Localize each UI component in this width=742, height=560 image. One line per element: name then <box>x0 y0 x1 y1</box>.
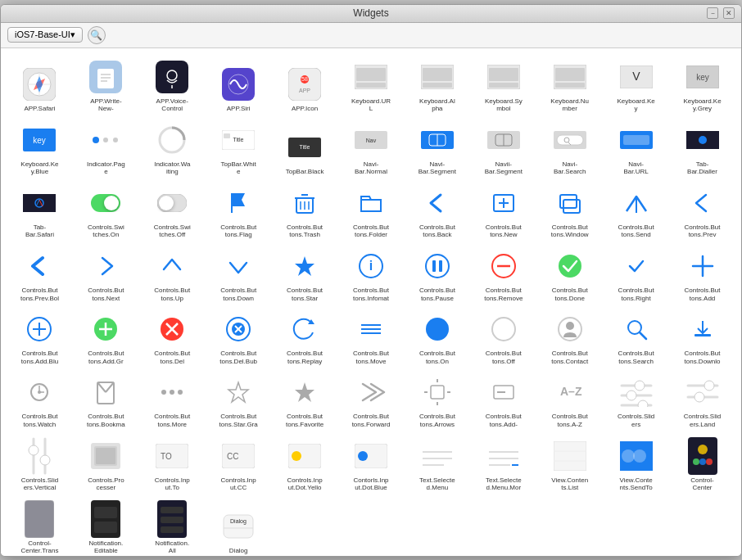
widget-item-btn-up[interactable]: Controls.But tons.Up <box>140 244 205 305</box>
widget-item-btn-star-gra[interactable]: Controls.But tons.Star.Gra <box>206 370 271 431</box>
widget-item-indicator-page[interactable]: Indicator.Pag e <box>74 118 138 179</box>
widget-item-keyboard-url[interactable]: Keyboard.UR L <box>339 55 404 116</box>
widget-item-text-selected-menu-mor[interactable]: Text.Selecte d.Menu.Mor <box>471 434 536 495</box>
widget-item-app-voice[interactable]: APP.Voice- Control <box>140 55 205 116</box>
widget-item-btn-new[interactable]: Controls.But tons.New <box>471 181 536 242</box>
widget-item-btn-favorite[interactable]: Controls.But tons.Favorite <box>273 370 337 431</box>
widget-item-btn-back[interactable]: Controls.But tons.Back <box>405 181 469 242</box>
widget-item-controls-center[interactable]: Control- Center <box>670 434 735 495</box>
widget-item-indicator-waiting[interactable]: Indicator.Wa iting <box>140 118 205 179</box>
close-button[interactable]: ✕ <box>723 7 735 19</box>
widget-item-btn-remove[interactable]: Controls.But tons.Remove <box>471 244 536 305</box>
widget-item-btn-move[interactable]: Controls.But tons.Move <box>339 307 404 368</box>
widget-item-navbar-segment[interactable]: Navi- Bar.Segment <box>405 118 469 179</box>
widget-item-btn-bookma[interactable]: Controls.But tons.Bookma <box>74 370 138 431</box>
widget-item-btn-add[interactable]: Controls.But tons.Add <box>670 244 735 305</box>
widget-item-btn-right[interactable]: Controls.But tons.Right <box>604 244 668 305</box>
widget-item-btn-arrows[interactable]: Controls.But tons.Arrows <box>405 370 469 431</box>
widget-item-app-safari[interactable]: APP.Safari <box>7 55 72 116</box>
widget-item-input-cc[interactable]: CCControls.Inp ut.CC <box>206 434 271 495</box>
widget-item-input-dot-blue[interactable]: Contorls.Inp ut.Dot.Blue <box>339 434 404 495</box>
widget-item-btn-add-blu[interactable]: Controls.But tons.Add.Blu <box>7 307 72 368</box>
svg-rect-25 <box>423 83 452 88</box>
minimize-button[interactable]: － <box>707 7 718 19</box>
widget-item-keyboard-symbol[interactable]: Keyboard.Sy mbol <box>471 55 536 116</box>
widget-item-btn-search[interactable]: Controls.But tons.Search <box>604 307 668 368</box>
widget-item-btn-replay[interactable]: Controls.But tons.Replay <box>273 307 337 368</box>
widget-item-btn-folder[interactable]: Controls.But tons.Folder <box>339 181 404 242</box>
svg-point-70 <box>159 196 174 210</box>
widget-item-btn-infomat[interactable]: iControls.But tons.Infomat <box>339 244 404 305</box>
widget-item-input-dot-yello[interactable]: Controls.Inp ut.Dot.Yello <box>273 434 337 495</box>
widget-item-btn-contact[interactable]: Controls.But tons.Contact <box>537 307 602 368</box>
widget-item-control-center-trans[interactable]: Control- Center.Trans <box>7 497 72 556</box>
widget-item-topbar-black[interactable]: TitleTopBar.Black <box>273 118 337 179</box>
widget-item-navii-segment[interactable]: Navii- Bar.Segment <box>471 118 536 179</box>
widget-item-tabbar-safari[interactable]: Tab- Bar.Safari <box>7 181 72 242</box>
theme-dropdown[interactable]: iOS7-Base-UI▾ <box>7 27 83 43</box>
widget-item-processors[interactable]: Controls.Pro cesser <box>74 434 138 495</box>
widget-item-btn-window[interactable]: Controls.But tons.Window <box>537 181 602 242</box>
widget-item-input-to[interactable]: TOControls.Inp ut.To <box>140 434 205 495</box>
widget-item-btn-star[interactable]: Controls.But tons.Star <box>273 244 337 305</box>
widget-item-btn-pause[interactable]: Controls.But tons.Pause <box>405 244 469 305</box>
widget-item-navbar-search[interactable]: Navi- Bar.Search <box>537 118 602 179</box>
widget-item-btn-forward[interactable]: Controls.But tons.Forward <box>339 370 404 431</box>
widget-icon-btn-replay <box>286 310 323 348</box>
widget-item-keyboard-key-blue[interactable]: keyKeyboard.Ke y.Blue <box>7 118 72 179</box>
widget-item-keyboard-key[interactable]: VKeyboard.Ke y <box>604 55 668 116</box>
widget-item-btn-del[interactable]: Controls.But tons.Del <box>140 307 205 368</box>
widget-label-btn-favorite: Controls.But tons.Favorite <box>286 413 323 428</box>
svg-rect-186 <box>161 526 183 533</box>
widget-label-btn-star: Controls.But tons.Star <box>287 287 323 302</box>
widget-item-keyboard-number[interactable]: Keyboard.Nu mber <box>537 55 602 116</box>
widget-item-sliders-land[interactable]: Controls.Slid ers.Land <box>670 370 735 431</box>
widget-item-btn-more[interactable]: Controls.But tons.More <box>140 370 205 431</box>
widget-item-app-icon[interactable]: 58APPAPP.Icon <box>273 55 337 116</box>
widget-item-btn-downlo[interactable]: Controls.But tons.Downlo <box>670 307 735 368</box>
widget-item-keyboard-alpha[interactable]: Keyboard.Al pha <box>405 55 469 116</box>
widget-item-btn-next[interactable]: Controls.But tons.Next <box>74 244 138 305</box>
widget-icon-navbar-search <box>551 121 589 159</box>
widget-item-btn-az[interactable]: A–ZControls.But tons.A-Z <box>537 370 602 431</box>
widget-label-btn-infomat: Controls.But tons.Infomat <box>353 287 389 302</box>
content-area[interactable]: APP.SafariAPP.Write- New-APP.Voice- Cont… <box>1 48 741 556</box>
widget-item-btn-add-dash[interactable]: Controls.But tons.Add- <box>471 370 536 431</box>
widget-item-navbar-normal[interactable]: NavNavi- Bar.Normal <box>339 118 404 179</box>
widget-item-notification-all[interactable]: Notification. All <box>140 497 205 556</box>
widget-item-switches-off[interactable]: Controls.Swi tches.Off <box>140 181 205 242</box>
svg-rect-16 <box>288 68 321 101</box>
widget-item-btn-down[interactable]: Controls.But tons.Down <box>206 244 271 305</box>
widget-item-btn-prev-bol[interactable]: Controls.But tons.Prev.Bol <box>7 244 72 305</box>
widget-item-text-selected-menu[interactable]: Text.Selecte d.Menu <box>405 434 469 495</box>
widget-item-tabbar-dialler[interactable]: Tab- Bar.Dialler <box>670 118 735 179</box>
widget-item-btn-add-gr[interactable]: Controls.But tons.Add.Gr <box>74 307 138 368</box>
widget-item-dialog[interactable]: DialogDialog <box>206 497 271 556</box>
widget-item-btn-del-bub[interactable]: Controls.But tons.Del.Bub <box>206 307 271 368</box>
svg-marker-130 <box>228 382 248 402</box>
widget-item-btn-send[interactable]: Controls.But tons.Send <box>604 181 668 242</box>
widget-item-btn-flag[interactable]: Controls.But tons.Flag <box>206 181 271 242</box>
widget-item-btn-watch[interactable]: Controls.But tons.Watch <box>7 370 72 431</box>
widget-item-switches-on[interactable]: Controls.Swi tches.On <box>74 181 138 242</box>
widget-item-btn-off[interactable]: Controls.But tons.Off <box>471 307 536 368</box>
widget-item-app-write[interactable]: APP.Write- New- <box>74 55 138 116</box>
widget-label-sliders-land: Controls.Slid ers.Land <box>684 413 721 428</box>
widget-item-topbar-white[interactable]: TitleTopBar.Whit e <box>206 118 271 179</box>
widget-item-btn-prev[interactable]: Controls.But tons.Prev <box>670 181 735 242</box>
widget-item-notification-editable[interactable]: Notification. Editable <box>74 497 138 556</box>
widget-label-processors: Controls.Pro cesser <box>88 476 124 492</box>
widget-item-btn-on[interactable]: Controls.But tons.On <box>405 307 469 368</box>
widget-item-sliders[interactable]: Controls.Slid ers <box>604 370 668 431</box>
widget-item-keyboard-key-grey[interactable]: keyKeyboard.Ke y.Grey <box>670 55 735 116</box>
widget-item-view-contents-sendto[interactable]: View.Conte nts.SendTo <box>604 434 668 495</box>
widget-item-btn-trash[interactable]: Controls.But tons.Trash <box>273 181 337 242</box>
widget-item-sliders-vert[interactable]: Controls.Slid ers.Vertical <box>7 434 72 495</box>
widget-item-view-contents-list[interactable]: View.Conten ts.List <box>537 434 602 495</box>
widget-item-navbar-url[interactable]: Navi- Bar.URL <box>604 118 668 179</box>
widget-icon-btn-del-bub <box>219 310 257 348</box>
widget-item-btn-done[interactable]: Controls.But tons.Done <box>537 244 602 305</box>
widget-icon-btn-az: A–Z <box>551 373 589 411</box>
search-button[interactable]: 🔍 <box>88 26 106 44</box>
widget-item-app-siri[interactable]: APP.Siri <box>206 55 271 116</box>
